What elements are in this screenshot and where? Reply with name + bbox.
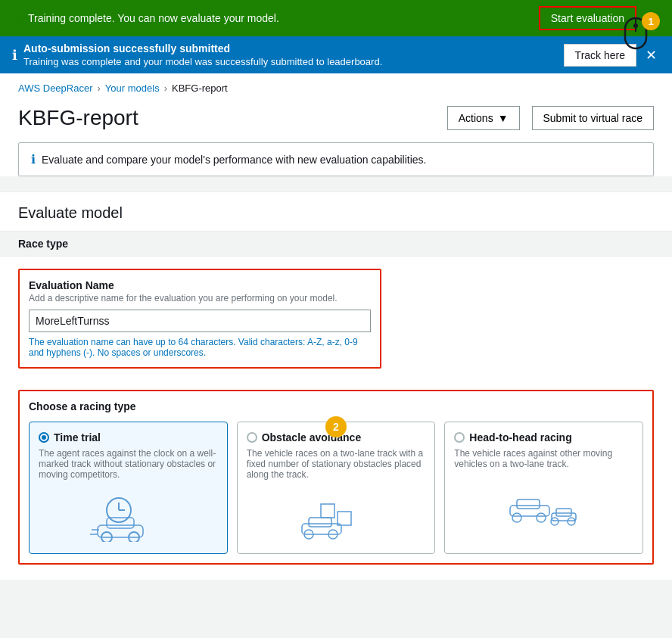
svg-point-25	[568, 518, 575, 525]
evaluation-info-box: ℹ Evaluate and compare your model's perf…	[18, 142, 654, 176]
head-to-head-illustration	[454, 478, 633, 534]
page-title: KBFG-report	[18, 106, 435, 130]
info-icon-blue: ℹ	[12, 47, 17, 64]
time-trial-description: The agent races against the clock on a w…	[39, 448, 218, 480]
racing-options-container: Time trial The agent races against the c…	[29, 422, 643, 554]
auto-submission-banner: ℹ Auto-submission successfully submitted…	[0, 36, 672, 73]
breadcrumb-sep2: ›	[164, 82, 167, 94]
actions-label: Actions	[459, 112, 493, 124]
evaluate-model-heading: Evaluate model	[0, 191, 672, 231]
time-trial-option[interactable]: Time trial The agent races against the c…	[29, 422, 228, 554]
svg-rect-6	[98, 525, 143, 537]
breadcrumb-current: KBFG-report	[172, 82, 228, 94]
auto-submission-subtitle: Training was complete and your model was…	[23, 56, 558, 67]
page-header: KBFG-report Actions ▼ Submit to virtual …	[0, 97, 672, 142]
evaluation-name-hint: The evaluation name can have up to 64 ch…	[29, 337, 371, 358]
svg-rect-19	[517, 500, 540, 509]
submit-virtual-race-button[interactable]: Submit to virtual race	[532, 106, 655, 130]
racing-type-box: Choose a racing type Time trial The agen…	[18, 390, 654, 565]
time-trial-name: Time trial	[54, 431, 101, 443]
svg-rect-15	[309, 518, 331, 527]
check-icon: ⊙	[12, 11, 22, 26]
training-complete-banner: ⊙ Training complete. You can now evaluat…	[0, 0, 672, 36]
obstacle-avoidance-option[interactable]: 2 Obstacle avoidance The vehicle races o…	[237, 422, 436, 554]
head-to-head-option[interactable]: Head-to-head racing The vehicle races ag…	[444, 422, 643, 554]
step-number-badge: 1	[642, 12, 660, 30]
svg-point-21	[537, 513, 546, 522]
info-icon: ℹ	[31, 152, 36, 167]
chevron-down-icon: ▼	[498, 112, 509, 124]
head-to-head-description: The vehicle races against other moving v…	[454, 448, 633, 469]
evaluation-name-label: Evaluation Name	[29, 279, 371, 291]
svg-rect-13	[338, 512, 351, 525]
obstacle-avoidance-illustration	[247, 489, 426, 544]
svg-rect-22	[552, 513, 576, 521]
auto-submission-title: Auto-submission successfully submitted	[23, 42, 558, 54]
main-content: AWS DeepRacer › Your models › KBFG-repor…	[0, 73, 672, 176]
evaluation-name-section: Evaluation Name Add a descriptive name f…	[0, 257, 672, 381]
actions-button[interactable]: Actions ▼	[447, 106, 520, 130]
evaluation-name-input[interactable]	[29, 310, 371, 332]
svg-point-2	[633, 23, 638, 28]
auto-submission-content: Auto-submission successfully submitted T…	[23, 42, 558, 67]
breadcrumb-sep1: ›	[98, 82, 101, 94]
race-type-divider: Race type	[0, 231, 672, 257]
step-badge-area: 1	[618, 15, 654, 58]
svg-point-24	[551, 518, 558, 525]
evaluation-name-box: Evaluation Name Add a descriptive name f…	[18, 269, 381, 369]
breadcrumb-root[interactable]: AWS DeepRacer	[18, 82, 93, 94]
time-trial-illustration	[39, 489, 218, 544]
svg-rect-23	[556, 509, 571, 516]
info-box-text: Evaluate and compare your model's perfor…	[42, 154, 427, 166]
svg-point-20	[512, 513, 521, 522]
step2-badge: 2	[325, 416, 347, 437]
svg-rect-12	[321, 504, 334, 518]
mouse-icon: 1	[618, 15, 654, 58]
svg-rect-18	[510, 506, 549, 516]
racing-type-section: Choose a racing type Time trial The agen…	[0, 381, 672, 580]
evaluation-name-description: Add a descriptive name for the evaluatio…	[29, 293, 371, 303]
time-trial-radio[interactable]	[39, 432, 49, 443]
evaluate-model-section: Evaluate model Race type Evaluation Name…	[0, 191, 672, 580]
training-message: Training complete. You can now evaluate …	[28, 12, 533, 24]
breadcrumb: AWS DeepRacer › Your models › KBFG-repor…	[0, 73, 672, 97]
racing-type-label: Choose a racing type	[29, 400, 643, 412]
obstacle-avoidance-description: The vehicle races on a two-lane track wi…	[247, 448, 426, 480]
head-to-head-radio[interactable]	[454, 432, 465, 443]
head-to-head-name: Head-to-head racing	[469, 431, 571, 443]
obstacle-avoidance-radio[interactable]	[247, 432, 257, 443]
svg-rect-14	[302, 524, 341, 534]
breadcrumb-parent[interactable]: Your models	[105, 82, 160, 94]
